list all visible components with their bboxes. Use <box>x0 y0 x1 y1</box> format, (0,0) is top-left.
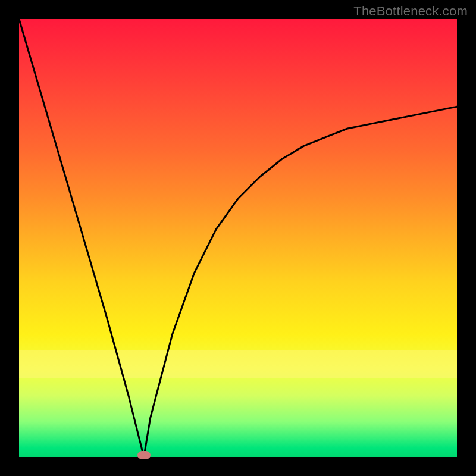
watermark-text: TheBottleneck.com <box>353 4 468 19</box>
plot-area <box>19 19 457 457</box>
minimum-marker <box>137 451 151 459</box>
chart-frame: TheBottleneck.com <box>0 0 476 476</box>
bottleneck-curve <box>19 19 457 457</box>
